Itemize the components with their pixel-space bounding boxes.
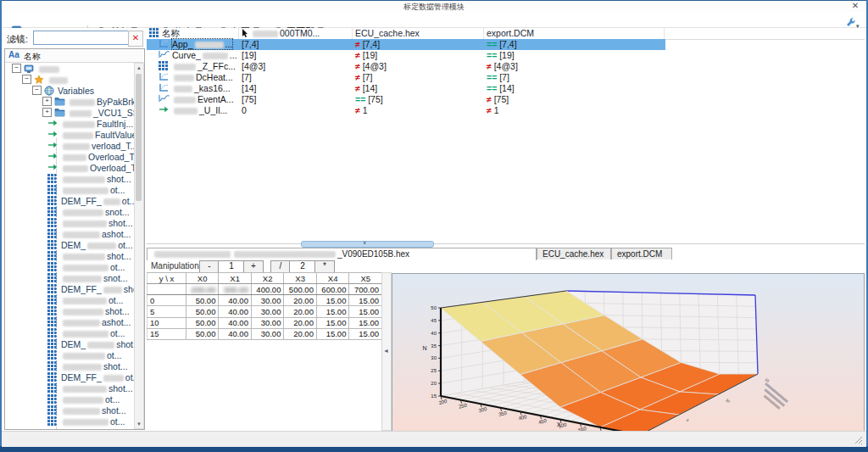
compare-table-row[interactable]: DcHeat...[7]≠ [7]== [7] — [147, 72, 865, 83]
map-cell[interactable]: 20.00 — [284, 317, 317, 328]
map-x-header[interactable]: X3 — [284, 273, 317, 284]
splitter-collapse-handle[interactable]: ∨ — [301, 241, 434, 248]
map-cell[interactable]: 50.00 — [186, 306, 219, 317]
column-header-ecu-cache[interactable]: ECU_cache.hex — [355, 28, 420, 38]
map-y-label[interactable]: 15 — [147, 328, 186, 339]
map-cell[interactable]: 40.00 — [219, 295, 252, 306]
map-cell[interactable]: 50.00 — [186, 328, 219, 339]
tree-item[interactable]: verload_T... — [47, 140, 134, 151]
column-header-name[interactable]: 名称 — [162, 28, 180, 40]
tree-item[interactable]: snot... — [47, 206, 130, 217]
tree-item[interactable]: shot... — [47, 250, 131, 261]
tree-item[interactable]: −Variables — [32, 85, 94, 96]
tree-item[interactable]: +_VCU1_SS — [42, 107, 134, 118]
tree-item[interactable]: ot... — [47, 327, 125, 338]
tab-base-hex-file[interactable]: _V090ED105B.hex — [147, 248, 537, 260]
tree-header[interactable]: Aa 名称 — [5, 49, 143, 63]
scroll-down-icon[interactable]: ▼ — [135, 420, 143, 428]
compare-table-row[interactable]: App_...[7,4]≠ [7,4]== [7,4] — [147, 39, 865, 50]
tree-item[interactable]: DEM_FF_shot... — [47, 283, 134, 294]
map-cell[interactable]: 40.00 — [219, 306, 252, 317]
tree-item[interactable]: ot... — [47, 184, 125, 195]
decrement-button[interactable]: - — [199, 260, 220, 273]
tree-item[interactable]: ot... — [47, 294, 124, 305]
tree-scrollbar[interactable]: ▲ ▼ — [134, 63, 144, 429]
tree-item[interactable]: FaultInj... — [47, 118, 133, 129]
tree-item[interactable]: DEM_ot... — [47, 239, 133, 250]
map-x-breakpoint[interactable]: 500.00 — [284, 284, 317, 295]
tree-item[interactable]: shot... — [47, 173, 131, 184]
column-separator[interactable] — [483, 28, 484, 39]
increment-button[interactable]: + — [243, 260, 264, 273]
map-cell[interactable]: 15.00 — [316, 306, 349, 317]
map-x-header[interactable]: X4 — [316, 273, 349, 284]
map-cell[interactable]: 15.00 — [316, 328, 349, 339]
map-cell[interactable]: 50.00 — [186, 295, 219, 306]
tree-item[interactable]: DEM_shot... — [47, 338, 134, 349]
map-y-label[interactable]: 5 — [147, 306, 186, 317]
tree-item[interactable]: ot... — [47, 393, 120, 405]
expand-plus-icon[interactable]: + — [42, 108, 52, 117]
map-x-breakpoint[interactable]: 600.00 — [316, 284, 349, 295]
tab-ecu-cache-hex[interactable]: ECU_cache.hex — [537, 248, 611, 259]
multiply-button[interactable]: * — [314, 260, 335, 273]
map-cell[interactable]: 30.00 — [251, 317, 284, 328]
tree-item[interactable]: FaultValue — [47, 129, 134, 140]
step-value-field[interactable]: 1 — [218, 260, 245, 273]
compare-table-row[interactable]: Curve_...[19]≠ [19]== [19] — [147, 50, 865, 61]
compare-table-row[interactable]: _U_Il...0≠ 1≠ 1 — [147, 105, 865, 116]
compare-table-row[interactable]: _Z_FFc...[4@3]≠ [4@3]≠ [4@3] — [147, 61, 865, 72]
tab-export-dcm[interactable]: export.DCM — [611, 248, 672, 259]
map-x-breakpoint[interactable]: 400.00 — [251, 284, 284, 295]
map-y-label[interactable]: 10 — [147, 317, 186, 328]
tree-item[interactable]: shot... — [47, 360, 128, 371]
tree-item[interactable]: − — [12, 63, 61, 74]
close-icon[interactable]: ✕ — [848, 1, 863, 12]
collapse-minus-icon[interactable]: − — [12, 64, 21, 73]
map-cell[interactable]: 15.00 — [349, 295, 382, 306]
tree-item[interactable]: shot... — [47, 382, 133, 393]
map-cell[interactable]: 20.00 — [284, 306, 317, 317]
tree-item[interactable]: ot... — [47, 416, 125, 427]
column-header-base-file[interactable]: 000TM0... — [251, 28, 320, 38]
resize-grip[interactable] — [853, 434, 863, 444]
map-y-label[interactable]: 0 — [147, 295, 186, 306]
map-x-breakpoint[interactable]: 300.00 — [219, 284, 252, 295]
map-cell[interactable]: 30.00 — [251, 295, 284, 306]
map-x-header[interactable]: X0 — [186, 273, 219, 284]
tree-item[interactable]: ashot... — [47, 228, 131, 239]
map-cell[interactable]: 15.00 — [349, 317, 382, 328]
column-separator[interactable] — [238, 28, 239, 39]
compare-table-row[interactable]: _kas16...[14]≠ [14]== [14] — [147, 83, 865, 94]
tree-scrollbar-thumb[interactable] — [136, 74, 142, 201]
map-cell[interactable]: 15.00 — [349, 328, 382, 339]
collapse-minus-icon[interactable]: − — [32, 86, 42, 95]
compare-table-row[interactable]: EventA...[75]== [75]≠ [75] — [147, 94, 865, 105]
map-cell[interactable]: 40.00 — [219, 328, 252, 339]
column-header-export-dcm[interactable]: export.DCM — [487, 28, 534, 38]
column-separator[interactable] — [664, 28, 665, 39]
tree-item[interactable]: DEM_FF_ot... — [47, 195, 134, 206]
map-cell[interactable]: 30.00 — [251, 306, 284, 317]
surface-chart[interactable]: 1520253035404550N20025030035040045050055… — [392, 273, 865, 432]
map-cell[interactable]: 50.00 — [186, 317, 219, 328]
divide-button[interactable]: / — [270, 260, 291, 273]
tree-item[interactable]: ot... — [47, 261, 125, 272]
tree-item[interactable]: snot... — [47, 272, 128, 283]
map-cell[interactable]: 20.00 — [284, 295, 317, 306]
settings-wrench-button[interactable]: ▾ — [845, 17, 865, 28]
tree-item[interactable]: Overload_T... — [47, 151, 134, 162]
scroll-up-icon[interactable]: ▲ — [135, 64, 143, 72]
map-cell[interactable]: 15.00 — [316, 317, 349, 328]
tree-item[interactable]: Overload_T... — [47, 162, 134, 173]
tree-item[interactable]: ot... — [47, 349, 122, 360]
map-x-breakpoint[interactable]: 700.00 — [349, 284, 382, 295]
tree-item[interactable]: shot... — [47, 405, 126, 416]
map-cell[interactable]: 40.00 — [219, 317, 252, 328]
map-x-header[interactable]: X5 — [349, 273, 382, 284]
map-cell[interactable]: 15.00 — [349, 306, 382, 317]
map-cell[interactable]: 15.00 — [316, 295, 349, 306]
factor-value-field[interactable]: 2 — [289, 260, 316, 273]
tree-item[interactable]: DEM_FF_ot... — [47, 371, 134, 382]
scroll-left-icon[interactable]: ◄ — [383, 348, 389, 354]
